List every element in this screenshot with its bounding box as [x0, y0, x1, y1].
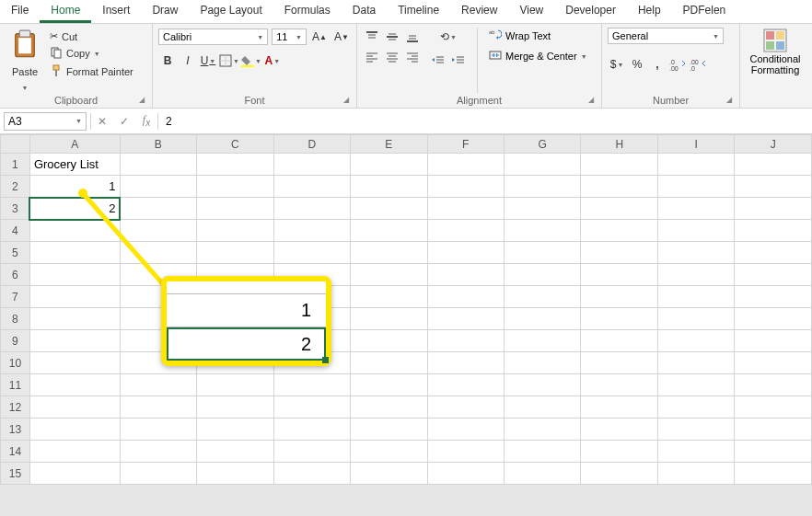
cell[interactable]	[657, 374, 734, 396]
fill-handle[interactable]	[322, 357, 329, 363]
row-header[interactable]: 12	[1, 396, 30, 419]
copy-button[interactable]: Copy▼	[48, 45, 135, 62]
cell[interactable]	[273, 463, 350, 485]
cell[interactable]	[197, 176, 273, 198]
cell[interactable]	[735, 220, 812, 242]
cell[interactable]	[427, 330, 504, 352]
cell[interactable]	[735, 419, 812, 441]
row-header[interactable]: 7	[1, 286, 30, 308]
column-header[interactable]: B	[120, 135, 196, 154]
column-header[interactable]: F	[427, 135, 504, 154]
align-bottom-button[interactable]	[403, 28, 422, 46]
cell[interactable]	[120, 154, 196, 176]
row-header[interactable]: 13	[1, 419, 30, 441]
cell[interactable]	[273, 396, 350, 419]
cell[interactable]	[29, 286, 120, 308]
cell[interactable]	[197, 396, 273, 419]
formula-input[interactable]: 2	[157, 113, 812, 130]
tab-insert[interactable]: Insert	[91, 0, 141, 23]
insert-function-button[interactable]: fx	[135, 113, 157, 128]
row-header[interactable]: 4	[1, 220, 30, 242]
cell[interactable]	[657, 286, 734, 308]
cell[interactable]	[581, 374, 657, 396]
column-header[interactable]: J	[735, 135, 812, 154]
cell[interactable]	[29, 441, 120, 463]
cell[interactable]	[427, 198, 504, 220]
tab-file[interactable]: File	[0, 0, 40, 23]
tab-view[interactable]: View	[508, 0, 554, 23]
cell[interactable]	[273, 441, 350, 463]
row-header[interactable]: 6	[1, 264, 30, 286]
format-painter-button[interactable]: Format Painter	[48, 63, 135, 80]
cell[interactable]	[427, 419, 504, 441]
orientation-button[interactable]: ⟲▼	[429, 28, 468, 46]
cell[interactable]	[735, 154, 812, 176]
font-size-dropdown[interactable]: 11▼	[272, 29, 307, 45]
cell[interactable]	[657, 441, 734, 463]
tab-draw[interactable]: Draw	[141, 0, 189, 23]
cell[interactable]	[657, 176, 734, 198]
cell[interactable]	[351, 419, 427, 441]
enter-formula-button[interactable]: ✓	[113, 115, 135, 128]
row-header[interactable]: 11	[1, 374, 30, 396]
cell[interactable]	[581, 220, 657, 242]
cell[interactable]	[351, 352, 427, 374]
row-header[interactable]: 2	[1, 176, 30, 198]
cell[interactable]	[581, 286, 657, 308]
row-header[interactable]: 1	[1, 154, 30, 176]
cell[interactable]	[120, 220, 196, 242]
cell-a3[interactable]: 2	[29, 198, 120, 220]
row-header[interactable]: 14	[1, 441, 30, 463]
cell[interactable]	[505, 419, 581, 441]
cell[interactable]	[657, 463, 734, 485]
align-center-button[interactable]	[383, 48, 401, 66]
tab-help[interactable]: Help	[627, 0, 672, 23]
cell[interactable]	[505, 220, 581, 242]
cell[interactable]	[427, 242, 504, 264]
tab-pdfelement[interactable]: PDFelen	[672, 0, 737, 23]
italic-button[interactable]: I	[179, 52, 197, 70]
cell[interactable]	[505, 242, 581, 264]
cell[interactable]	[581, 352, 657, 374]
cell[interactable]	[197, 154, 273, 176]
cell[interactable]	[657, 330, 734, 352]
dialog-launcher-icon[interactable]: ◢	[343, 96, 349, 104]
cell[interactable]	[29, 396, 120, 419]
cell[interactable]	[505, 396, 581, 419]
cell[interactable]	[505, 286, 581, 308]
row-header[interactable]: 8	[1, 308, 30, 330]
cell[interactable]	[657, 220, 734, 242]
cell[interactable]	[351, 154, 427, 176]
cell[interactable]	[735, 352, 812, 374]
decrease-font-button[interactable]: A▼	[332, 28, 351, 46]
cell[interactable]	[197, 198, 273, 220]
cell[interactable]	[581, 264, 657, 286]
align-right-button[interactable]	[403, 48, 422, 66]
cell[interactable]	[505, 441, 581, 463]
cell[interactable]	[120, 198, 196, 220]
cell[interactable]	[351, 198, 427, 220]
tab-home[interactable]: Home	[40, 0, 91, 23]
cell[interactable]	[351, 441, 427, 463]
cell[interactable]	[120, 463, 196, 485]
tab-timeline[interactable]: Timeline	[387, 0, 450, 23]
cell[interactable]	[29, 419, 120, 441]
decrease-indent-button[interactable]	[429, 52, 447, 70]
cell[interactable]	[427, 154, 504, 176]
conditional-formatting-button[interactable]: Conditional Formatting	[746, 28, 805, 75]
cell[interactable]	[735, 463, 812, 485]
number-format-dropdown[interactable]: General▼	[608, 28, 724, 44]
cell[interactable]	[505, 176, 581, 198]
cell[interactable]	[657, 419, 734, 441]
cell[interactable]	[581, 330, 657, 352]
row-header[interactable]: 3	[1, 198, 30, 220]
cell[interactable]	[351, 374, 427, 396]
cell[interactable]	[657, 264, 734, 286]
column-header[interactable]: A	[29, 135, 120, 154]
name-box[interactable]: A3▼	[4, 112, 87, 131]
column-header[interactable]: I	[657, 135, 734, 154]
cell[interactable]	[351, 463, 427, 485]
borders-button[interactable]: ▼	[219, 52, 239, 70]
cell[interactable]	[735, 441, 812, 463]
cell[interactable]	[197, 441, 273, 463]
